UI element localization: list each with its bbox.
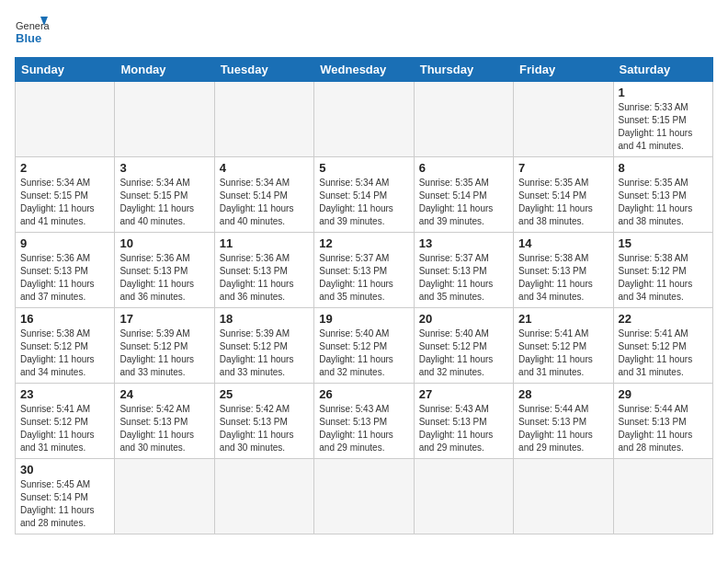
day-number: 23 — [20, 387, 109, 401]
calendar-week-row: 16Sunrise: 5:38 AM Sunset: 5:12 PM Dayli… — [16, 308, 713, 384]
calendar-day-cell: 8Sunrise: 5:35 AM Sunset: 5:13 PM Daylig… — [613, 157, 712, 233]
day-info: Sunrise: 5:42 AM Sunset: 5:13 PM Dayligh… — [220, 403, 309, 454]
day-info: Sunrise: 5:35 AM Sunset: 5:14 PM Dayligh… — [419, 177, 508, 228]
calendar-day-cell: 14Sunrise: 5:38 AM Sunset: 5:13 PM Dayli… — [514, 233, 613, 308]
calendar-day-cell: 4Sunrise: 5:34 AM Sunset: 5:14 PM Daylig… — [214, 157, 313, 233]
day-number: 8 — [619, 161, 708, 175]
day-info: Sunrise: 5:43 AM Sunset: 5:13 PM Dayligh… — [419, 403, 508, 454]
calendar-day-cell — [16, 82, 115, 157]
weekday-header: Monday — [115, 58, 214, 82]
calendar-week-row: 2Sunrise: 5:34 AM Sunset: 5:15 PM Daylig… — [16, 157, 713, 233]
calendar-day-cell — [115, 82, 214, 157]
day-number: 27 — [419, 387, 508, 401]
day-info: Sunrise: 5:43 AM Sunset: 5:13 PM Dayligh… — [319, 403, 408, 454]
calendar-day-cell — [414, 82, 513, 157]
day-number: 25 — [220, 387, 309, 401]
day-number: 14 — [518, 236, 608, 250]
calendar-day-cell: 5Sunrise: 5:34 AM Sunset: 5:14 PM Daylig… — [314, 157, 414, 233]
day-info: Sunrise: 5:34 AM Sunset: 5:14 PM Dayligh… — [220, 177, 309, 228]
calendar-day-cell: 10Sunrise: 5:36 AM Sunset: 5:13 PM Dayli… — [115, 233, 214, 308]
day-number: 26 — [319, 387, 408, 401]
day-info: Sunrise: 5:35 AM Sunset: 5:13 PM Dayligh… — [619, 177, 708, 228]
day-info: Sunrise: 5:41 AM Sunset: 5:12 PM Dayligh… — [518, 327, 608, 379]
day-number: 21 — [518, 312, 608, 326]
calendar-week-row: 30Sunrise: 5:45 AM Sunset: 5:14 PM Dayli… — [16, 459, 713, 534]
day-info: Sunrise: 5:40 AM Sunset: 5:12 PM Dayligh… — [319, 327, 408, 379]
calendar-day-cell: 19Sunrise: 5:40 AM Sunset: 5:12 PM Dayli… — [314, 308, 414, 384]
day-info: Sunrise: 5:35 AM Sunset: 5:14 PM Dayligh… — [518, 177, 608, 228]
day-info: Sunrise: 5:44 AM Sunset: 5:13 PM Dayligh… — [518, 403, 608, 454]
weekday-header: Friday — [514, 58, 613, 82]
day-number: 28 — [518, 387, 608, 401]
day-info: Sunrise: 5:33 AM Sunset: 5:15 PM Dayligh… — [619, 101, 708, 153]
day-info: Sunrise: 5:42 AM Sunset: 5:13 PM Dayligh… — [119, 403, 209, 454]
day-number: 20 — [419, 312, 508, 326]
day-info: Sunrise: 5:40 AM Sunset: 5:12 PM Dayligh… — [419, 327, 508, 379]
calendar-day-cell: 9Sunrise: 5:36 AM Sunset: 5:13 PM Daylig… — [16, 233, 115, 308]
logo: General Blue — [15, 15, 50, 50]
day-info: Sunrise: 5:41 AM Sunset: 5:12 PM Dayligh… — [619, 327, 708, 379]
calendar-day-cell — [514, 459, 613, 534]
weekday-header: Tuesday — [214, 58, 313, 82]
calendar-day-cell: 27Sunrise: 5:43 AM Sunset: 5:13 PM Dayli… — [414, 384, 513, 459]
day-info: Sunrise: 5:37 AM Sunset: 5:13 PM Dayligh… — [419, 252, 508, 304]
calendar-day-cell — [514, 82, 613, 157]
day-info: Sunrise: 5:38 AM Sunset: 5:12 PM Dayligh… — [619, 252, 708, 304]
svg-text:Blue: Blue — [16, 31, 41, 45]
calendar-day-cell: 24Sunrise: 5:42 AM Sunset: 5:13 PM Dayli… — [115, 384, 214, 459]
day-number: 15 — [619, 236, 708, 250]
calendar-day-cell: 26Sunrise: 5:43 AM Sunset: 5:13 PM Dayli… — [314, 384, 414, 459]
weekday-header-row: SundayMondayTuesdayWednesdayThursdayFrid… — [16, 58, 713, 82]
calendar-day-cell: 15Sunrise: 5:38 AM Sunset: 5:12 PM Dayli… — [613, 233, 712, 308]
day-info: Sunrise: 5:34 AM Sunset: 5:15 PM Dayligh… — [20, 177, 109, 228]
day-number: 3 — [119, 161, 209, 175]
calendar-day-cell — [214, 459, 313, 534]
day-number: 1 — [619, 86, 708, 99]
day-number: 18 — [220, 312, 309, 326]
day-info: Sunrise: 5:39 AM Sunset: 5:12 PM Dayligh… — [119, 327, 209, 379]
calendar-day-cell — [613, 459, 712, 534]
calendar-day-cell: 7Sunrise: 5:35 AM Sunset: 5:14 PM Daylig… — [514, 157, 613, 233]
day-number: 5 — [319, 161, 408, 175]
calendar-day-cell: 23Sunrise: 5:41 AM Sunset: 5:12 PM Dayli… — [16, 384, 115, 459]
day-number: 7 — [518, 161, 608, 175]
calendar-day-cell: 11Sunrise: 5:36 AM Sunset: 5:13 PM Dayli… — [214, 233, 313, 308]
day-number: 12 — [319, 236, 408, 250]
weekday-header: Wednesday — [314, 58, 414, 82]
calendar: SundayMondayTuesdayWednesdayThursdayFrid… — [15, 57, 713, 534]
day-info: Sunrise: 5:38 AM Sunset: 5:12 PM Dayligh… — [20, 327, 109, 379]
weekday-header: Saturday — [613, 58, 712, 82]
calendar-day-cell: 6Sunrise: 5:35 AM Sunset: 5:14 PM Daylig… — [414, 157, 513, 233]
day-number: 30 — [20, 463, 109, 477]
day-info: Sunrise: 5:39 AM Sunset: 5:12 PM Dayligh… — [220, 327, 309, 379]
calendar-day-cell: 21Sunrise: 5:41 AM Sunset: 5:12 PM Dayli… — [514, 308, 613, 384]
day-number: 6 — [419, 161, 508, 175]
day-number: 16 — [20, 312, 109, 326]
day-info: Sunrise: 5:34 AM Sunset: 5:14 PM Dayligh… — [319, 177, 408, 228]
day-number: 4 — [220, 161, 309, 175]
calendar-day-cell: 22Sunrise: 5:41 AM Sunset: 5:12 PM Dayli… — [613, 308, 712, 384]
day-info: Sunrise: 5:45 AM Sunset: 5:14 PM Dayligh… — [20, 478, 109, 530]
calendar-week-row: 9Sunrise: 5:36 AM Sunset: 5:13 PM Daylig… — [16, 233, 713, 308]
day-info: Sunrise: 5:34 AM Sunset: 5:15 PM Dayligh… — [119, 177, 209, 228]
day-number: 2 — [20, 161, 109, 175]
day-info: Sunrise: 5:38 AM Sunset: 5:13 PM Dayligh… — [518, 252, 608, 304]
day-number: 19 — [319, 312, 408, 326]
day-info: Sunrise: 5:36 AM Sunset: 5:13 PM Dayligh… — [220, 252, 309, 304]
day-number: 29 — [619, 387, 708, 401]
day-number: 10 — [119, 236, 209, 250]
weekday-header: Thursday — [414, 58, 513, 82]
calendar-day-cell: 3Sunrise: 5:34 AM Sunset: 5:15 PM Daylig… — [115, 157, 214, 233]
day-number: 11 — [220, 236, 309, 250]
calendar-week-row: 1Sunrise: 5:33 AM Sunset: 5:15 PM Daylig… — [16, 82, 713, 157]
calendar-day-cell: 30Sunrise: 5:45 AM Sunset: 5:14 PM Dayli… — [16, 459, 115, 534]
calendar-day-cell: 13Sunrise: 5:37 AM Sunset: 5:13 PM Dayli… — [414, 233, 513, 308]
calendar-day-cell: 28Sunrise: 5:44 AM Sunset: 5:13 PM Dayli… — [514, 384, 613, 459]
calendar-day-cell — [214, 82, 313, 157]
header: General Blue — [15, 15, 713, 50]
calendar-day-cell: 1Sunrise: 5:33 AM Sunset: 5:15 PM Daylig… — [613, 82, 712, 157]
day-number: 9 — [20, 236, 109, 250]
day-info: Sunrise: 5:36 AM Sunset: 5:13 PM Dayligh… — [20, 252, 109, 304]
calendar-day-cell: 20Sunrise: 5:40 AM Sunset: 5:12 PM Dayli… — [414, 308, 513, 384]
day-info: Sunrise: 5:41 AM Sunset: 5:12 PM Dayligh… — [20, 403, 109, 454]
